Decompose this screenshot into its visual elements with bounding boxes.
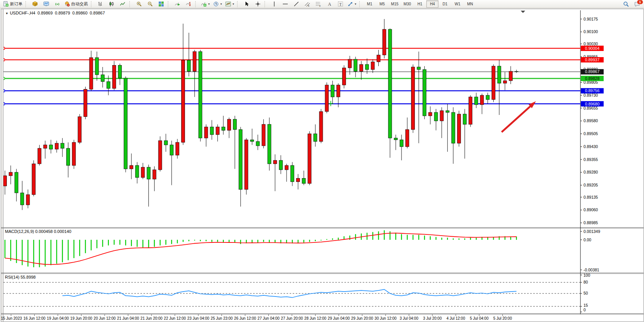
macd-histogram-bar [275, 240, 276, 242]
timeframe-button-h1[interactable]: H1 [414, 0, 426, 8]
zoom-in-icon [136, 1, 142, 7]
navigator-button[interactable] [52, 0, 62, 8]
macd-histogram-bar [252, 240, 252, 242]
notifications-button[interactable]: 1 [632, 0, 642, 8]
data-window-button[interactable] [41, 0, 51, 8]
toolbar-separator [359, 1, 362, 7]
arrow-objects-dropdown-icon[interactable]: ▾ [355, 2, 356, 6]
periods-button[interactable]: ▾ [212, 0, 223, 8]
tile-windows-button[interactable] [156, 0, 166, 8]
macd-histogram-bar [79, 240, 80, 256]
macd-histogram-bar [390, 231, 391, 240]
candle-body [492, 66, 495, 100]
candle-body [38, 148, 41, 164]
toolbar-separator [91, 1, 94, 7]
candle-body [406, 129, 409, 147]
macd-histogram-bar [27, 240, 28, 266]
timeframe-button-d1[interactable]: D1 [439, 0, 451, 8]
ohlc-high: 0.89879 [55, 11, 70, 15]
timeframe-button-m5[interactable]: M5 [376, 0, 388, 8]
timeframe-button-h4[interactable]: H4 [426, 0, 438, 8]
vertical-line-button[interactable] [269, 0, 279, 8]
candle-body [291, 166, 294, 182]
macd-histogram-bar [332, 238, 333, 240]
candle-body [342, 68, 346, 85]
text-button[interactable]: A [324, 0, 335, 8]
auto-trading-button[interactable]: 自动交易 [63, 0, 89, 8]
equidistant-channel-button[interactable]: E [302, 0, 312, 8]
periods-dropdown-icon[interactable]: ▾ [220, 2, 222, 6]
macd-histogram-bar [131, 240, 132, 246]
fibonacci-button[interactable]: F [313, 0, 324, 8]
candle-body [302, 179, 306, 184]
price-tick-label: 0.89135 [583, 195, 598, 199]
candle-body [182, 60, 185, 142]
candle-body [55, 143, 58, 149]
macd-indicator-label: MACD(12,26,9) 0.000458 0.000140 [5, 229, 71, 234]
time-axis-label: 4 Jul 12:00 [446, 316, 465, 320]
time-axis-label: 29 Jun 20:00 [351, 316, 373, 320]
horizontal-line-button[interactable] [280, 0, 290, 8]
candle-chart-mode-button[interactable] [106, 0, 117, 8]
chart-shift-button[interactable] [183, 0, 194, 8]
candle-body [400, 140, 403, 147]
candle-body [95, 57, 99, 75]
signal-icon [54, 1, 60, 7]
trendline-button[interactable] [291, 0, 301, 8]
zoom-in-button[interactable] [134, 0, 144, 8]
line-chart-mode-button[interactable] [117, 0, 128, 8]
time-axis-label: 3 Jul 20:00 [423, 316, 442, 320]
macd-histogram-bar [56, 240, 57, 264]
zoom-out-button[interactable] [145, 0, 155, 8]
candle-body [463, 114, 467, 124]
template-icon [225, 1, 231, 7]
candle-body [285, 166, 288, 170]
text-label-button[interactable]: T [335, 0, 346, 8]
macd-histogram-bar [435, 237, 436, 240]
templates-dropdown-icon[interactable]: ▾ [233, 2, 234, 6]
timeframe-button-m1[interactable]: M1 [363, 0, 376, 8]
chart-collapse-icon[interactable]: ▼ [5, 12, 8, 15]
new-order-button[interactable]: 新订单 [2, 0, 24, 8]
macd-histogram-bar [171, 240, 172, 244]
vline-icon [271, 1, 277, 7]
price-chart[interactable]: 0.901750.901000.900300.899550.898800.898… [0, 8, 644, 322]
macd-histogram-bar [430, 236, 430, 240]
robot-icon [64, 1, 70, 7]
candle-body [78, 117, 81, 143]
indicators-dropdown-icon[interactable]: ▾ [208, 2, 210, 6]
bar-chart-mode-button[interactable] [95, 0, 106, 8]
candle-body [354, 59, 357, 72]
time-axis-label: 15 Jun 2023 [1, 316, 22, 320]
candle-body [262, 124, 265, 146]
rsi-axis-label: 80 [583, 280, 588, 284]
auto-scroll-button[interactable] [172, 0, 183, 8]
candle-body [158, 141, 162, 170]
candle-body [429, 112, 432, 116]
candle-body [222, 127, 225, 131]
market-watch-button[interactable] [30, 0, 40, 8]
candle-body [164, 141, 167, 145]
indicator-icon [201, 1, 207, 7]
cursor-button[interactable] [241, 0, 252, 8]
timeframe-button-w1[interactable]: W1 [451, 0, 464, 8]
crosshair-button[interactable] [252, 0, 263, 8]
search-button[interactable] [621, 0, 631, 8]
candle-body [210, 127, 214, 135]
macd-histogram-bar [470, 238, 471, 240]
macd-histogram-bar [476, 238, 477, 240]
macd-histogram-bar [257, 240, 258, 242]
textT-icon: T [338, 1, 343, 7]
arrow-objects-button[interactable]: ▾ [346, 0, 358, 8]
timeframe-button-m15[interactable]: M15 [389, 0, 401, 8]
templates-button[interactable]: ▾ [224, 0, 236, 8]
indicators-button[interactable]: ▾ [199, 0, 211, 8]
time-axis-label: 19 Jun 04:00 [47, 316, 69, 320]
timeframe-button-mn[interactable]: MN [464, 0, 476, 8]
timeframe-button-m30[interactable]: M30 [401, 0, 413, 8]
candle-body [130, 166, 133, 169]
candle-body [360, 64, 363, 71]
macd-axis-label: -0.00381 [583, 268, 599, 272]
price-tick-label: 0.88985 [583, 220, 598, 225]
time-axis-label: 28 Jun 12:00 [304, 316, 327, 320]
